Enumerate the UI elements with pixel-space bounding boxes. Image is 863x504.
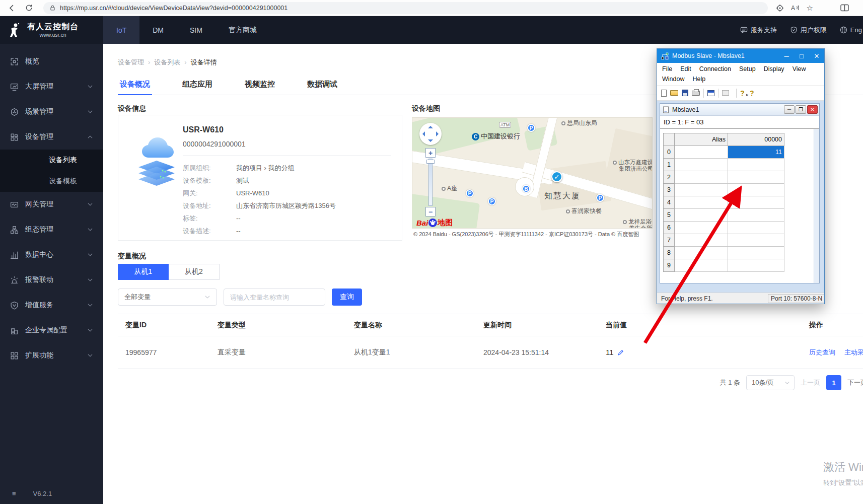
menu-connection[interactable]: Connection bbox=[699, 65, 731, 73]
breadcrumb-item[interactable]: 设备管理 bbox=[118, 58, 150, 67]
zoom-slider-thumb[interactable] bbox=[426, 160, 435, 164]
alias-cell[interactable] bbox=[675, 159, 728, 171]
register-value-cell[interactable] bbox=[728, 196, 784, 209]
alias-cell[interactable] bbox=[675, 196, 728, 209]
sidebar-item-gateway-mgmt[interactable]: 网关管理 bbox=[0, 192, 103, 217]
map-pan-control[interactable] bbox=[419, 123, 442, 145]
menu-file[interactable]: File bbox=[662, 65, 672, 73]
back-icon[interactable] bbox=[5, 2, 18, 15]
display-definition-icon[interactable] bbox=[707, 90, 714, 96]
history-query-link[interactable]: 历史查询 bbox=[809, 348, 835, 357]
menu-view[interactable]: View bbox=[793, 65, 806, 73]
page-size-select[interactable]: 10条/页 bbox=[746, 375, 795, 390]
register-value-cell[interactable] bbox=[728, 184, 784, 196]
alias-header[interactable]: Alias bbox=[675, 133, 728, 146]
doc-close-button[interactable]: ✕ bbox=[807, 105, 818, 114]
register-column-header[interactable]: 00000 bbox=[728, 133, 784, 146]
menu-display[interactable]: Display bbox=[764, 65, 784, 73]
breadcrumb-item[interactable]: 设备列表 bbox=[154, 58, 186, 67]
device-location-marker[interactable]: ✓ bbox=[551, 171, 562, 182]
zoom-out-button[interactable]: − bbox=[425, 207, 436, 217]
register-value-cell[interactable] bbox=[728, 209, 784, 222]
register-value-cell[interactable] bbox=[728, 222, 784, 234]
context-help-icon[interactable] bbox=[750, 89, 756, 97]
sidebar-item-device-list[interactable]: 设备列表 bbox=[0, 150, 103, 171]
nav-item-iot[interactable]: IoT bbox=[103, 16, 139, 44]
sidebar-item-extensions[interactable]: 扩展功能 bbox=[0, 343, 103, 368]
close-button[interactable]: ✕ bbox=[809, 49, 824, 63]
modbus-title-bar[interactable]: Modbus Slave - Mbslave1 ─ □ ✕ bbox=[657, 49, 824, 63]
sidebar-item-alarm-linkage[interactable]: 报警联动 bbox=[0, 267, 103, 293]
alias-cell[interactable] bbox=[675, 259, 728, 272]
register-value-cell[interactable]: 11 bbox=[728, 146, 784, 159]
sidebar-item-data-center[interactable]: 数据中心 bbox=[0, 242, 103, 267]
topnav-right-item[interactable]: 用户权限 bbox=[790, 26, 827, 35]
register-value-cell[interactable] bbox=[728, 159, 784, 171]
doc-minimize-button[interactable]: ─ bbox=[784, 105, 795, 114]
sidebar-item-scada-mgmt[interactable]: 组态管理 bbox=[0, 217, 103, 242]
topnav-right-item[interactable]: Eng bbox=[840, 26, 862, 34]
menu-edit[interactable]: Edit bbox=[680, 65, 691, 73]
alias-cell[interactable] bbox=[675, 247, 728, 259]
tab-设备概况[interactable]: 设备概况 bbox=[118, 74, 152, 95]
tab-组态应用[interactable]: 组态应用 bbox=[180, 74, 214, 95]
variable-type-select[interactable]: 全部变量 bbox=[118, 289, 217, 306]
variable-search-input[interactable] bbox=[224, 289, 325, 306]
next-page-button[interactable]: 下一页 bbox=[847, 378, 863, 387]
refresh-icon[interactable] bbox=[22, 2, 35, 15]
alias-cell[interactable] bbox=[675, 171, 728, 184]
edit-value-icon[interactable] bbox=[617, 349, 624, 356]
minimize-button[interactable]: ─ bbox=[779, 49, 794, 63]
page-insights-icon[interactable] bbox=[776, 4, 784, 12]
doc-scrollbar[interactable] bbox=[814, 129, 819, 283]
collapse-sidebar-icon[interactable]: ≡ bbox=[12, 490, 16, 497]
sidebar-item-enterprise-config[interactable]: 企业专属配置 bbox=[0, 318, 103, 343]
sidebar-item-screen-mgmt[interactable]: 大屏管理 bbox=[0, 74, 103, 99]
sidebar-item-device-template[interactable]: 设备模板 bbox=[0, 171, 103, 192]
sidebar-item-device-mgmt[interactable]: 设备管理 bbox=[0, 124, 103, 150]
alias-cell[interactable] bbox=[675, 146, 728, 159]
mbslave-document-window[interactable]: Mbslave1 ─ ❐ ✕ ID = 1: F = 03 bbox=[660, 103, 820, 283]
active-collect-link[interactable]: 主动采 bbox=[844, 348, 863, 357]
open-icon[interactable] bbox=[670, 90, 678, 96]
tab-视频监控[interactable]: 视频监控 bbox=[243, 74, 277, 95]
topnav-right-item[interactable]: 服务支持 bbox=[740, 26, 777, 35]
poll-icon[interactable] bbox=[722, 90, 729, 96]
maximize-button[interactable]: □ bbox=[794, 49, 809, 63]
sidebar-item-scene-mgmt[interactable]: 场景管理 bbox=[0, 99, 103, 124]
nav-item-官方商城[interactable]: 官方商城 bbox=[215, 16, 270, 44]
zoom-in-button[interactable]: + bbox=[425, 148, 436, 158]
nav-item-sim[interactable]: SIM bbox=[177, 16, 215, 44]
split-screen-icon[interactable] bbox=[840, 4, 849, 12]
alias-cell[interactable] bbox=[675, 234, 728, 247]
menu-setup[interactable]: Setup bbox=[739, 65, 756, 73]
sidebar-item-overview[interactable]: 概览 bbox=[0, 49, 103, 74]
slave-tab[interactable]: 从机2 bbox=[169, 264, 220, 280]
menu-window[interactable]: Window bbox=[662, 76, 684, 83]
tab-数据调试[interactable]: 数据调试 bbox=[305, 74, 339, 95]
register-value-cell[interactable] bbox=[728, 171, 784, 184]
nav-item-dm[interactable]: DM bbox=[139, 16, 177, 44]
register-value-cell[interactable] bbox=[728, 234, 784, 247]
favorite-star-icon[interactable]: ☆ bbox=[807, 4, 813, 12]
page-number-1[interactable]: 1 bbox=[826, 375, 841, 390]
print-icon[interactable] bbox=[692, 91, 700, 96]
sidebar-item-value-added-service[interactable]: 增值服务 bbox=[0, 293, 103, 318]
register-value-cell[interactable] bbox=[728, 247, 784, 259]
doc-restore-button[interactable]: ❐ bbox=[796, 105, 806, 114]
zoom-slider[interactable] bbox=[428, 159, 433, 206]
read-aloud-icon[interactable]: A bbox=[791, 4, 800, 12]
menu-help[interactable]: Help bbox=[692, 76, 705, 83]
alias-cell[interactable] bbox=[675, 209, 728, 222]
device-map[interactable]: + − Bai地图 总局山东局ATMPC中国建设银行山东万鑫建设集团济南公司✓A… bbox=[412, 117, 653, 229]
brand-logo[interactable]: 有人云控制台 www.usr.cn bbox=[0, 16, 103, 44]
help-icon[interactable] bbox=[740, 89, 746, 97]
modbus-slave-window[interactable]: Modbus Slave - Mbslave1 ─ □ ✕ FileEditCo… bbox=[657, 48, 825, 304]
alias-cell[interactable] bbox=[675, 184, 728, 196]
new-icon[interactable] bbox=[661, 90, 667, 97]
mbslave-doc-title-bar[interactable]: Mbslave1 ─ ❐ ✕ bbox=[660, 104, 819, 116]
prev-page-button[interactable]: 上一页 bbox=[801, 378, 820, 387]
slave-tab[interactable]: 从机1 bbox=[118, 264, 169, 280]
save-icon[interactable] bbox=[682, 90, 688, 96]
alias-cell[interactable] bbox=[675, 222, 728, 234]
